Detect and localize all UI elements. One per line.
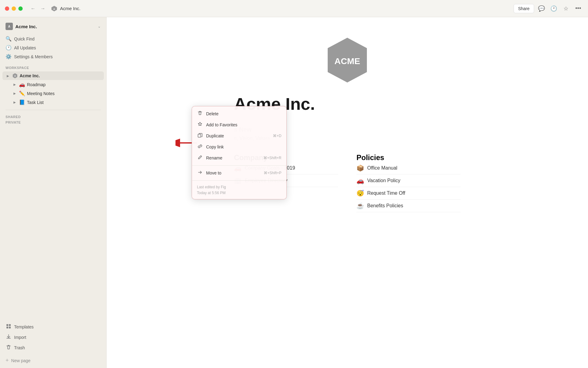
svg-rect-10 <box>198 134 201 137</box>
sidebar-item-roadmap[interactable]: ▶ 🚗 Roadmap <box>2 80 104 89</box>
svg-rect-4 <box>6 324 8 326</box>
main-layout: A Acme Inc. ⌄ 🔍 Quick Find 🕐 All Updates… <box>0 17 588 368</box>
sidebar-item-label: Settings & Members <box>14 54 53 59</box>
last-edited-time: Today at 5:56 PM <box>197 190 281 196</box>
svg-text:ACME: ACME <box>334 56 360 66</box>
context-menu-add-favorites[interactable]: Add to Favorites <box>192 119 286 130</box>
sidebar-item-trash[interactable]: Trash <box>2 343 104 353</box>
comment-button[interactable]: 💬 <box>537 4 546 13</box>
star-icon <box>197 122 203 128</box>
sidebar-item-templates[interactable]: Templates <box>2 322 104 332</box>
sidebar-item-label: Quick Find <box>14 36 35 41</box>
gear-icon: ⚙️ <box>6 54 12 59</box>
sidebar-item-import[interactable]: Import <box>2 332 104 343</box>
forward-button[interactable]: → <box>39 4 47 13</box>
svg-rect-6 <box>6 327 8 328</box>
maximize-button[interactable] <box>18 6 23 11</box>
chevron-right-icon: ▶ <box>12 100 17 105</box>
benefits-policies-icon: ☕ <box>356 202 364 209</box>
list-item-benefits-policies[interactable]: ☕ Benefits Policies <box>356 200 461 212</box>
sidebar-item-settings[interactable]: ⚙️ Settings & Members <box>2 52 104 61</box>
minimize-button[interactable] <box>12 6 16 11</box>
share-button[interactable]: Share <box>514 4 534 13</box>
sidebar-item-task-list[interactable]: ▶ 📘 Task List <box>2 98 104 107</box>
templates-icon <box>6 324 12 330</box>
chevron-right-icon: ▶ <box>12 82 17 87</box>
context-menu-rename-label: Rename <box>206 155 260 160</box>
close-button[interactable] <box>5 6 9 11</box>
import-icon <box>6 334 12 341</box>
office-manual-label: Office Manual <box>367 165 397 171</box>
sidebar-item-acme-inc[interactable]: ▶ A Acme Inc. <box>2 71 104 80</box>
sidebar-item-label: Import <box>14 335 26 340</box>
favorite-button[interactable]: ☆ <box>561 4 571 13</box>
list-item-office-manual[interactable]: 📦 Office Manual <box>356 162 461 174</box>
new-page-label: New page <box>11 358 31 363</box>
back-button[interactable]: ← <box>29 4 37 13</box>
sidebar-item-all-updates[interactable]: 🕐 All Updates <box>2 43 104 52</box>
svg-text:A: A <box>14 75 16 77</box>
history-button[interactable]: 🕐 <box>549 4 559 13</box>
acme-icon: A <box>12 73 18 79</box>
breadcrumb-title: Acme Inc. <box>60 6 81 11</box>
svg-rect-5 <box>9 324 11 326</box>
tree-item-label: Acme Inc. <box>20 73 101 78</box>
context-menu-moveto-shortcut: ⌘+Shift+P <box>264 171 281 175</box>
sidebar-item-meeting-notes[interactable]: ▶ ✏️ Meeting Notes <box>2 89 104 98</box>
chevron-right-icon: ▶ <box>6 73 10 78</box>
chevron-right-icon: ▶ <box>12 91 17 96</box>
context-menu-duplicate-label: Duplicate <box>206 133 270 138</box>
acme-logo: ACME <box>323 36 372 85</box>
sidebar-item-label: Templates <box>14 324 34 329</box>
sidebar: A Acme Inc. ⌄ 🔍 Quick Find 🕐 All Updates… <box>0 17 107 368</box>
workspace-chevron-icon: ⌄ <box>98 24 101 29</box>
last-edited-by: Last edited by Fig <box>197 184 281 190</box>
workspace-header[interactable]: A Acme Inc. ⌄ <box>2 21 104 32</box>
list-item-vacation-policy[interactable]: 🚗 Vacation Policy <box>356 174 461 187</box>
titlebar-actions: Share 💬 🕐 ☆ ••• <box>514 4 583 13</box>
context-menu-copy-link[interactable]: Copy link <box>192 141 286 152</box>
rename-icon <box>197 155 203 161</box>
sidebar-item-quick-find[interactable]: 🔍 Quick Find <box>2 34 104 43</box>
search-icon: 🔍 <box>6 36 12 42</box>
context-menu-move-to[interactable]: Move to ⌘+Shift+P <box>192 167 286 178</box>
workspace-name: Acme Inc. <box>15 24 95 29</box>
workspace-logo: A <box>6 23 13 30</box>
sidebar-item-label: Trash <box>14 345 25 350</box>
link-icon <box>197 144 203 150</box>
sidebar-divider <box>6 110 101 110</box>
benefits-policies-label: Benefits Policies <box>367 203 403 209</box>
breadcrumb: A Acme Inc. <box>51 5 514 12</box>
vacation-policy-label: Vacation Policy <box>367 178 400 183</box>
traffic-lights <box>5 6 23 11</box>
sidebar-item-label: All Updates <box>14 45 36 50</box>
clock-icon: 🕐 <box>6 45 12 51</box>
more-button[interactable]: ••• <box>573 4 583 13</box>
context-menu-duplicate[interactable]: Duplicate ⌘+D <box>192 130 286 141</box>
context-menu-copylink-label: Copy link <box>206 144 281 149</box>
tree-item-label: Meeting Notes <box>27 91 101 96</box>
context-menu-rename-shortcut: ⌘+Shift+R <box>263 156 281 160</box>
context-menu-favorites-label: Add to Favorites <box>206 122 281 127</box>
context-menu-divider-2 <box>192 180 286 181</box>
tree-item-label: Task List <box>27 100 101 105</box>
svg-text:A: A <box>53 8 55 10</box>
new-page-button[interactable]: + New page <box>0 355 106 366</box>
meeting-notes-icon: ✏️ <box>19 90 25 96</box>
context-menu-delete-label: Delete <box>206 111 281 116</box>
acme-logo-container: ACME <box>234 36 461 85</box>
context-menu-rename[interactable]: Rename ⌘+Shift+R <box>192 152 286 163</box>
list-item-request-time-off[interactable]: 😴 Request Time Off <box>356 187 461 200</box>
workspace-section: A Acme Inc. ⌄ <box>0 17 106 33</box>
titlebar: ← → A Acme Inc. Share 💬 🕐 ☆ ••• <box>0 0 588 17</box>
context-menu-delete[interactable]: Delete <box>192 108 286 119</box>
nav-arrows: ← → <box>29 4 47 13</box>
request-time-off-label: Request Time Off <box>367 190 405 196</box>
page-icon: A <box>51 5 58 12</box>
policies-heading: Policies <box>356 153 461 162</box>
private-section-label: PRIVATE <box>0 119 106 125</box>
context-menu-duplicate-shortcut: ⌘+D <box>273 134 281 138</box>
task-list-icon: 📘 <box>19 99 25 105</box>
sidebar-nav: 🔍 Quick Find 🕐 All Updates ⚙️ Settings &… <box>0 33 106 62</box>
context-menu-moveto-label: Move to <box>206 171 261 175</box>
